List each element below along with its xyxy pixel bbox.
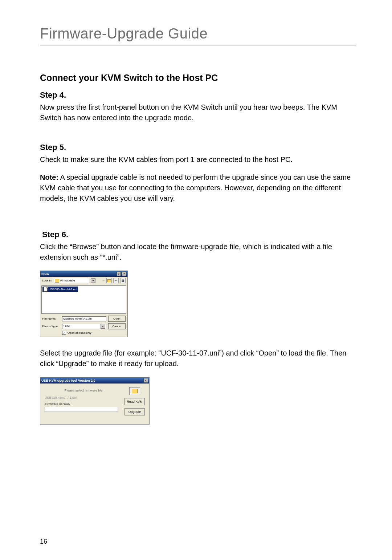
browse-button[interactable]	[129, 387, 140, 395]
chevron-down-icon[interactable]: ▼	[101, 324, 105, 329]
step5-text: Check to make sure the KVM cables from p…	[40, 154, 356, 165]
chevron-down-icon[interactable]: ▼	[91, 278, 95, 283]
filename-field[interactable]: USB080-Atmel-A1.uni	[62, 316, 106, 321]
help-icon[interactable]: ?	[117, 272, 121, 276]
open-dialog-title: Open	[41, 272, 49, 276]
views-icon[interactable]: ▦	[120, 278, 126, 283]
close-icon[interactable]: ×	[143, 378, 148, 383]
up-folder-icon[interactable]	[106, 278, 112, 283]
window-buttons: ? ×	[116, 272, 126, 276]
tool-prompt: Please select firmware file.	[55, 389, 113, 392]
note-label: Note:	[40, 173, 58, 181]
step6-heading: Step 6.	[42, 230, 356, 239]
step6-text1: Click the “Browse” button and locate the…	[40, 242, 356, 263]
document-page: Firmware-Upgrade Guide Connect your KVM …	[0, 0, 392, 560]
tool-titlebar: USB KVM upgrade tool Version 2.0 ×	[40, 377, 149, 384]
tool-title: USB KVM upgrade tool Version 2.0	[41, 379, 95, 382]
close-icon[interactable]: ×	[122, 272, 126, 276]
filetype-label: Files of type:	[42, 325, 60, 328]
note-text: A special upgrade cable is not needed to…	[40, 173, 351, 202]
page-number: 16	[40, 538, 47, 545]
firmware-version-field[interactable]	[45, 407, 118, 412]
lookin-label: Look in:	[42, 279, 52, 282]
selected-file[interactable]: USB080-Atmel-A1.uni	[42, 287, 78, 292]
cancel-button[interactable]: Cancel	[108, 323, 126, 329]
step6-text2: Select the upgrade file (for example: “U…	[40, 348, 356, 369]
open-dialog-titlebar: Open ? ×	[40, 271, 127, 277]
read-kvm-button[interactable]: Read KVM	[124, 398, 145, 405]
open-button[interactable]: Open	[108, 316, 126, 322]
readonly-checkbox[interactable]: ✓	[62, 331, 66, 335]
upgrade-button[interactable]: Upgrade	[124, 408, 145, 415]
folder-icon	[132, 389, 138, 393]
open-dialog-toolbar: Look in: Firmupdate ▼ ← ✳ ▦	[40, 277, 127, 284]
file-list-area[interactable]: USB080-Atmel-A1.uni	[41, 285, 126, 314]
open-dialog-screenshot: Open ? × Look in: Firmupdate ▼ ← ✳ ▦ USB…	[40, 271, 128, 337]
page-title: Firmware-Upgrade Guide	[40, 25, 356, 45]
folder-icon	[55, 279, 59, 283]
step4-heading: Step 4.	[40, 90, 356, 100]
filetype-combo[interactable]: *.UNI ▼	[62, 324, 106, 329]
file-icon	[44, 287, 48, 292]
step5-heading: Step 5.	[40, 143, 356, 152]
step5-note: Note: A special upgrade cable is not nee…	[40, 172, 356, 204]
upgrade-tool-screenshot: USB KVM upgrade tool Version 2.0 × Pleas…	[40, 377, 150, 425]
section-heading: Connect your KVM Switch to the Host PC	[40, 73, 356, 83]
back-icon[interactable]: ←	[102, 279, 105, 282]
new-folder-icon[interactable]: ✳	[113, 278, 119, 283]
step4-text: Now press the first front-panel button o…	[40, 102, 356, 123]
lookin-value: Firmupdate	[60, 279, 75, 282]
filename-label: File name:	[42, 317, 60, 320]
readonly-label: Open as read-only	[68, 331, 91, 334]
lookin-combo[interactable]: Firmupdate	[54, 278, 89, 283]
